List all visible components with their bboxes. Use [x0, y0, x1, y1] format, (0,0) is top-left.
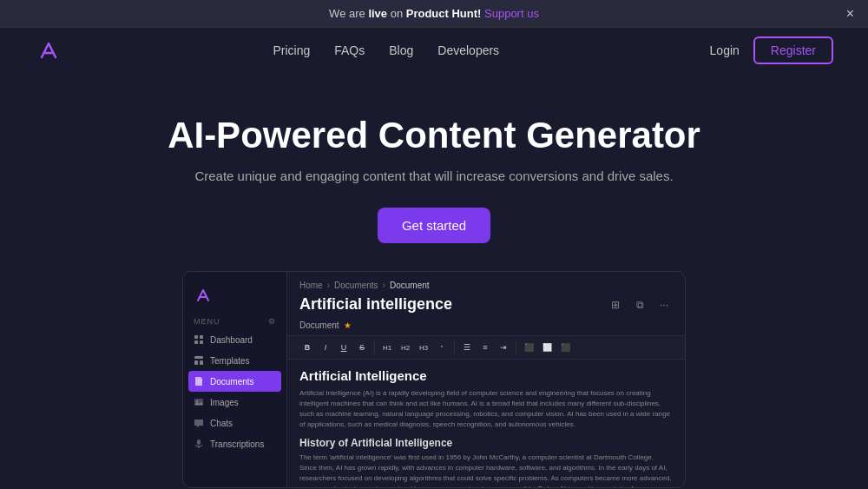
nav-actions: Login Register: [710, 36, 833, 64]
sidebar-templates-label: Templates: [210, 356, 250, 366]
chats-icon: [194, 418, 204, 428]
breadcrumb-documents: Documents: [334, 281, 378, 290]
nav-pricing[interactable]: Pricing: [273, 43, 310, 57]
svg-rect-4: [194, 356, 203, 359]
sidebar-item-chats[interactable]: Chats: [183, 413, 286, 433]
toolbar-ol[interactable]: ≡: [477, 340, 493, 355]
transcriptions-icon: [194, 439, 204, 449]
app-sidebar: MENU ⚙ Dashboard Templates Documents: [183, 272, 287, 487]
live-badge: live: [368, 7, 387, 20]
sidebar-chats-label: Chats: [210, 419, 233, 428]
svg-rect-1: [200, 335, 203, 339]
svg-rect-2: [194, 340, 198, 344]
svg-rect-6: [200, 360, 203, 365]
doc-title: Artificial intelligence: [299, 295, 452, 314]
breadcrumb-current: Document: [390, 281, 430, 290]
nav-blog[interactable]: Blog: [389, 43, 413, 57]
toolbar-bold[interactable]: B: [299, 340, 315, 355]
sidebar-transcriptions-label: Transcriptions: [210, 439, 264, 449]
toolbar-align-left[interactable]: ⬛: [521, 340, 536, 355]
logo: [35, 36, 62, 64]
svg-rect-0: [194, 335, 198, 339]
svg-point-10: [196, 400, 198, 402]
doc-tab: Document ★: [287, 319, 685, 335]
ph-text: Product Hunt!: [406, 7, 482, 20]
toolbar-italic[interactable]: I: [318, 340, 333, 355]
sidebar-item-dashboard[interactable]: Dashboard: [183, 329, 286, 350]
sidebar-item-transcriptions[interactable]: Transcriptions: [183, 433, 286, 454]
svg-rect-11: [197, 439, 201, 445]
breadcrumb-home: Home: [299, 281, 323, 290]
toolbar-h2[interactable]: H2: [398, 340, 413, 355]
doc-action-btn-1[interactable]: ⊞: [607, 296, 624, 314]
toolbar-ul[interactable]: ☰: [459, 340, 475, 355]
doc-content-heading: Artificial Intelligence: [299, 368, 673, 383]
toolbar: B I U S H1 H2 H3 " ☰ ≡ ⇥ ⬛ ⬜ ⬛: [287, 335, 685, 360]
images-icon: [194, 397, 204, 407]
breadcrumb-sep1: ›: [327, 281, 330, 290]
breadcrumb: Home › Documents › Document: [287, 272, 685, 294]
login-button[interactable]: Login: [710, 43, 740, 57]
grid-icon: [194, 334, 204, 345]
sidebar-images-label: Images: [210, 398, 239, 407]
doc-tab-label: Document: [299, 320, 339, 330]
sidebar-documents-label: Documents: [210, 377, 254, 387]
toolbar-sep-2: [454, 341, 455, 354]
toolbar-strikethrough[interactable]: S: [354, 340, 370, 355]
breadcrumb-sep2: ›: [383, 281, 385, 290]
sidebar-logo-icon: [194, 286, 213, 305]
hero-title: AI-Powered Content Generator: [17, 115, 851, 156]
toolbar-sep-3: [516, 341, 516, 354]
hero-subtitle: Create unique and engaging content that …: [17, 169, 851, 183]
doc-paragraph-1: Artificial Intelligence (AI) is a rapidl…: [299, 388, 673, 430]
nav-faqs[interactable]: FAQs: [334, 43, 365, 57]
toolbar-h1[interactable]: H1: [379, 340, 395, 355]
doc-body: Artificial Intelligence Artificial Intel…: [287, 360, 685, 487]
support-link[interactable]: Support us: [484, 7, 539, 20]
register-button[interactable]: Register: [753, 36, 833, 64]
sidebar-menu-label: MENU ⚙: [183, 314, 286, 329]
sidebar-item-images[interactable]: Images: [183, 392, 286, 413]
announcement-bar: We are live on Product Hunt! Support us …: [0, 0, 868, 28]
main-content-area: Home › Documents › Document Artificial i…: [287, 272, 685, 487]
doc-actions: ⊞ ⧉ ···: [607, 296, 673, 314]
doc-title-bar: Artificial intelligence ⊞ ⧉ ···: [287, 294, 685, 319]
doc-action-btn-3[interactable]: ···: [655, 296, 673, 314]
svg-rect-12: [199, 446, 200, 448]
sidebar-item-documents[interactable]: Documents: [188, 371, 281, 392]
svg-rect-7: [197, 380, 201, 381]
nav-links: Pricing FAQs Blog Developers: [273, 43, 499, 58]
toolbar-indent[interactable]: ⇥: [496, 340, 511, 355]
toolbar-h3[interactable]: H3: [416, 340, 431, 355]
doc-paragraph-2: The term 'artificial intelligence' was f…: [299, 453, 673, 487]
logo-icon: [35, 36, 62, 64]
sidebar-logo: [183, 282, 286, 314]
doc-action-btn-2[interactable]: ⧉: [631, 296, 648, 314]
documents-icon: [194, 376, 204, 387]
templates-icon: [194, 355, 204, 366]
toolbar-sep-1: [374, 341, 375, 354]
get-started-button[interactable]: Get started: [378, 208, 490, 243]
announcement-close-button[interactable]: ×: [846, 6, 854, 22]
toolbar-align-right[interactable]: ⬛: [557, 340, 573, 355]
toolbar-quote[interactable]: ": [434, 340, 450, 355]
doc-star-icon: ★: [344, 320, 352, 330]
sidebar-dashboard-label: Dashboard: [210, 335, 253, 345]
navbar: Pricing FAQs Blog Developers Login Regis…: [0, 28, 868, 73]
app-preview: MENU ⚙ Dashboard Templates Documents: [182, 271, 686, 488]
toolbar-underline[interactable]: U: [336, 340, 352, 355]
sidebar-item-templates[interactable]: Templates: [183, 350, 286, 371]
doc-subheading: History of Artificial Intelligence: [299, 437, 673, 449]
toolbar-align-center[interactable]: ⬜: [539, 340, 555, 355]
svg-rect-3: [200, 340, 203, 344]
nav-developers[interactable]: Developers: [437, 43, 499, 57]
svg-rect-5: [194, 360, 198, 365]
announcement-text: We are live on Product Hunt! Support us: [329, 7, 539, 20]
hero-section: AI-Powered Content Generator Create uniq…: [0, 73, 868, 271]
svg-rect-8: [197, 382, 200, 383]
